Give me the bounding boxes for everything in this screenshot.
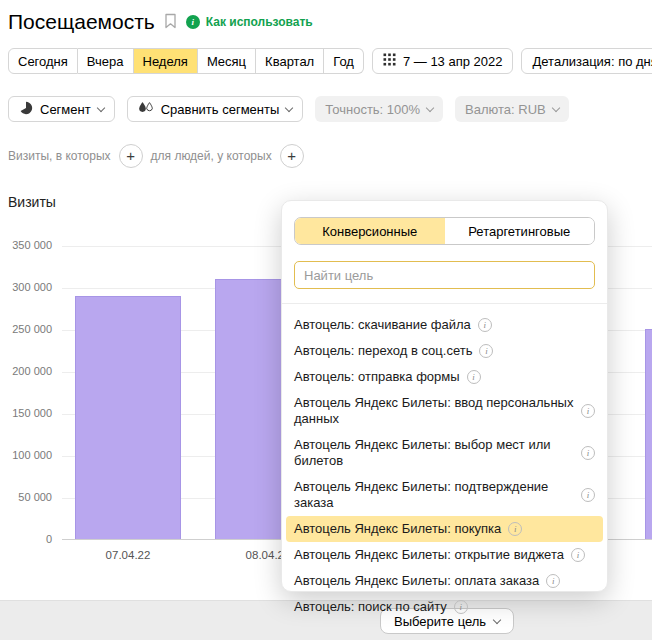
goal-list-item[interactable]: Автоцель: поиск по сайту i bbox=[286, 594, 603, 620]
bar[interactable] bbox=[75, 296, 181, 539]
filter-toolbar: Визиты, в которых + для людей, у которых… bbox=[8, 144, 652, 168]
info-icon[interactable]: i bbox=[467, 370, 481, 384]
period-tab-quarter[interactable]: Квартал bbox=[256, 48, 324, 74]
goal-list-item[interactable]: Автоцель: переход в соц.сеть i bbox=[286, 338, 603, 364]
page-title: Посещаемость bbox=[8, 10, 155, 34]
tab-conversion-goals[interactable]: Конверсионные bbox=[295, 218, 445, 244]
period-tab-month[interactable]: Месяц bbox=[198, 48, 256, 74]
goal-list: Автоцель: скачивание файла i Автоцель: п… bbox=[282, 312, 607, 620]
divider bbox=[282, 303, 607, 304]
compare-segments-button[interactable]: Сравнить сегменты bbox=[127, 96, 304, 122]
accuracy-button[interactable]: Точность: 100% bbox=[315, 96, 443, 122]
currency-label: Валюта: RUB bbox=[465, 102, 546, 117]
segment-button[interactable]: Сегмент bbox=[8, 96, 115, 122]
y-tick-label: 50 000 bbox=[0, 491, 52, 503]
segment-label: Сегмент bbox=[40, 102, 91, 117]
info-icon[interactable]: i bbox=[454, 600, 468, 614]
bar[interactable] bbox=[645, 329, 652, 539]
detail-dropdown[interactable]: Детализация: по дням bbox=[521, 48, 652, 74]
info-icon[interactable]: i bbox=[479, 344, 493, 358]
goal-list-item[interactable]: Автоцель: скачивание файла i bbox=[286, 312, 603, 338]
y-tick-label: 100 000 bbox=[0, 449, 52, 461]
period-tab-week[interactable]: Неделя bbox=[134, 48, 198, 74]
plus-icon: + bbox=[287, 148, 296, 163]
calendar-icon bbox=[383, 53, 396, 69]
visits-filter-label: Визиты, в которых bbox=[8, 149, 111, 163]
y-tick-label: 250 000 bbox=[0, 323, 52, 335]
tab-retargeting-goals[interactable]: Ретаргетинговые bbox=[445, 218, 595, 244]
info-icon[interactable]: i bbox=[478, 318, 492, 332]
add-people-filter-button[interactable]: + bbox=[280, 144, 304, 168]
date-range-picker[interactable]: 7 — 13 апр 2022 bbox=[372, 48, 514, 74]
y-tick-label: 0 bbox=[0, 533, 52, 545]
period-toolbar: Сегодня Вчера Неделя Месяц Квартал Год 7… bbox=[8, 48, 652, 74]
compare-drops-icon bbox=[138, 101, 154, 117]
y-tick-label: 300 000 bbox=[0, 281, 52, 293]
y-tick-label: 350 000 bbox=[0, 239, 52, 251]
goal-select-popup: Конверсионные Ретаргетинговые Автоцель: … bbox=[281, 200, 608, 592]
info-icon[interactable]: i bbox=[581, 404, 595, 418]
info-icon: i bbox=[186, 15, 200, 29]
info-icon[interactable]: i bbox=[581, 446, 595, 460]
info-icon[interactable]: i bbox=[581, 488, 595, 502]
y-tick-label: 200 000 bbox=[0, 365, 52, 377]
chevron-down-icon bbox=[96, 103, 104, 111]
metrica-traffic-page: Посещаемость i Как использовать Сегодня … bbox=[0, 0, 652, 596]
compare-segments-label: Сравнить сегменты bbox=[161, 102, 280, 117]
pie-segment-icon bbox=[19, 101, 33, 118]
info-icon[interactable]: i bbox=[508, 522, 522, 536]
goal-popup-tabs: Конверсионные Ретаргетинговые bbox=[294, 217, 595, 245]
chevron-down-icon bbox=[552, 103, 560, 111]
people-filter-label: для людей, у которых bbox=[151, 149, 272, 163]
info-icon[interactable]: i bbox=[546, 574, 560, 588]
plus-icon: + bbox=[126, 148, 135, 163]
currency-button[interactable]: Валюта: RUB bbox=[455, 96, 569, 122]
bookmark-icon bbox=[164, 13, 177, 32]
date-range-label: 7 — 13 апр 2022 bbox=[403, 54, 503, 69]
how-to-use-link[interactable]: i Как использовать bbox=[186, 15, 313, 29]
add-visit-filter-button[interactable]: + bbox=[119, 144, 143, 168]
goal-list-item[interactable]: Автоцель Яндекс Билеты: ввод персональны… bbox=[286, 390, 603, 432]
page-header: Посещаемость i Как использовать bbox=[0, 0, 652, 34]
chevron-down-icon bbox=[285, 103, 293, 111]
period-tabs: Сегодня Вчера Неделя Месяц Квартал Год bbox=[8, 48, 364, 74]
period-tab-year[interactable]: Год bbox=[324, 48, 364, 74]
y-tick-label: 150 000 bbox=[0, 407, 52, 419]
goal-list-item[interactable]: Автоцель: отправка формы i bbox=[286, 364, 603, 390]
accuracy-label: Точность: 100% bbox=[325, 102, 420, 117]
info-icon[interactable]: i bbox=[571, 548, 585, 562]
goal-list-item[interactable]: Автоцель Яндекс Билеты: подтверждение за… bbox=[286, 474, 603, 516]
goal-search-input[interactable] bbox=[294, 261, 595, 289]
period-tab-today[interactable]: Сегодня bbox=[8, 48, 78, 74]
goal-list-item[interactable]: Автоцель Яндекс Билеты: оплата заказа i bbox=[286, 568, 603, 594]
bookmark-button[interactable] bbox=[164, 13, 177, 32]
chevron-down-icon bbox=[426, 103, 434, 111]
goal-list-item[interactable]: Автоцель Яндекс Билеты: открытие виджета… bbox=[286, 542, 603, 568]
goal-list-item-highlighted[interactable]: Автоцель Яндекс Билеты: покупка i bbox=[286, 516, 603, 542]
detail-label: Детализация: по дням bbox=[532, 54, 652, 69]
how-to-use-label: Как использовать bbox=[206, 15, 313, 29]
x-tick-label: 07.04.22 bbox=[75, 549, 181, 561]
segment-toolbar: Сегмент Сравнить сегменты Точность: 100%… bbox=[8, 96, 652, 122]
goal-list-item[interactable]: Автоцель Яндекс Билеты: выбор мест или б… bbox=[286, 432, 603, 474]
period-tab-yesterday[interactable]: Вчера bbox=[78, 48, 134, 74]
